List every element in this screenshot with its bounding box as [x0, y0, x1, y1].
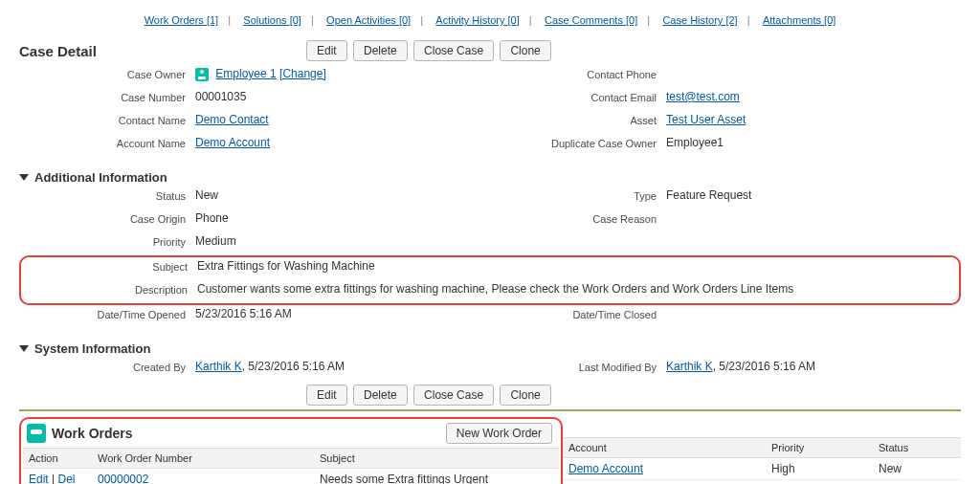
edit-button[interactable]: Edit: [306, 40, 347, 61]
button-bar-bottom: Edit Delete Close Case Clone: [306, 385, 961, 406]
work-orders-title: Work Orders: [52, 426, 303, 441]
table-row: Demo Account High New: [563, 458, 961, 480]
button-bar-top: Edit Delete Close Case Clone: [306, 40, 961, 61]
related-list-links: Work Orders [1]| Solutions [0]| Open Act…: [19, 8, 961, 31]
created-by-user-link[interactable]: Karthik K: [195, 360, 242, 373]
twisty-icon[interactable]: [19, 174, 29, 181]
link-open-activities[interactable]: Open Activities [0]: [326, 14, 411, 26]
label-contact-phone: Contact Phone: [490, 67, 666, 80]
additional-info-fields: Status New Type Feature Request Case Ori…: [19, 187, 961, 328]
case-detail-fields: Case Owner Employee 1 [Change] Contact P…: [19, 65, 961, 157]
twisty-icon[interactable]: [19, 345, 29, 352]
clone-button[interactable]: Clone: [500, 40, 550, 61]
label-duplicate-case-owner: Duplicate Case Owner: [490, 136, 666, 149]
close-case-button-bottom[interactable]: Close Case: [413, 385, 494, 406]
th-priority: Priority: [766, 438, 873, 458]
label-contact-email: Contact Email: [490, 90, 666, 103]
th-subject: Subject: [314, 449, 559, 469]
value-contact-email: test@test.com: [666, 90, 961, 103]
contact-email-link[interactable]: test@test.com: [666, 90, 740, 103]
value-case-number: 00001035: [195, 90, 490, 103]
close-case-button[interactable]: Close Case: [413, 40, 494, 61]
account-name-link[interactable]: Demo Account: [195, 136, 270, 149]
value-created-by: Karthik K, 5/23/2016 5:16 AM: [195, 360, 490, 373]
group-system-information: System Information: [19, 341, 961, 356]
label-created-by: Created By: [19, 360, 195, 373]
table-row: Edit | Del 00000002 Needs some Extra fit…: [23, 469, 559, 485]
link-work-orders[interactable]: Work Orders [1]: [145, 14, 218, 26]
value-duplicate-case-owner: Employee1: [666, 136, 961, 149]
system-info-title: System Information: [34, 341, 150, 356]
label-asset: Asset: [490, 113, 666, 126]
row-account-link[interactable]: Demo Account: [568, 462, 643, 475]
group-additional-information: Additional Information: [19, 170, 961, 185]
link-attachments[interactable]: Attachments [0]: [763, 14, 835, 26]
value-contact-name: Demo Contact: [195, 113, 490, 126]
section-case-detail-title: Case Detail: [19, 43, 306, 59]
value-date-opened: 5/23/2016 5:16 AM: [195, 307, 490, 320]
work-orders-table: Action Work Order Number Subject Edit | …: [23, 448, 559, 484]
additional-info-title: Additional Information: [34, 170, 167, 185]
work-order-number-link[interactable]: 00000002: [98, 473, 148, 484]
value-subject: Extra Fittings for Washing Machine: [197, 259, 959, 273]
row-subject: Needs some Extra fittings Urgent: [314, 469, 559, 485]
link-case-comments[interactable]: Case Comments [0]: [545, 14, 637, 26]
change-owner-link[interactable]: [Change]: [279, 67, 326, 80]
avatar-icon: [195, 68, 209, 81]
value-last-modified-by: Karthik K, 5/23/2016 5:16 AM: [666, 360, 961, 373]
label-priority: Priority: [19, 234, 195, 248]
link-activity-history[interactable]: Activity History [0]: [435, 14, 519, 26]
last-modified-by-user-link[interactable]: Karthik K: [666, 360, 713, 373]
row-edit-link[interactable]: Edit: [29, 473, 49, 484]
label-subject: Subject: [21, 259, 197, 273]
row-del-link[interactable]: Del: [57, 473, 75, 484]
edit-button-bottom[interactable]: Edit: [306, 385, 347, 406]
label-type: Type: [490, 188, 666, 202]
row-status: New: [873, 458, 961, 480]
label-date-opened: Date/Time Opened: [19, 307, 195, 320]
label-case-reason: Case Reason: [490, 211, 666, 225]
link-case-history[interactable]: Case History [2]: [662, 14, 737, 26]
case-owner-link[interactable]: Employee 1: [215, 67, 276, 80]
asset-link[interactable]: Test User Asset: [666, 113, 746, 126]
delete-button[interactable]: Delete: [353, 40, 408, 61]
system-info-fields: Created By Karthik K, 5/23/2016 5:16 AM …: [19, 358, 961, 381]
contact-name-link[interactable]: Demo Contact: [195, 113, 269, 126]
delete-button-bottom[interactable]: Delete: [353, 385, 408, 406]
value-case-origin: Phone: [195, 211, 490, 225]
label-case-number: Case Number: [19, 90, 195, 103]
label-account-name: Account Name: [19, 136, 195, 149]
value-asset: Test User Asset: [666, 113, 961, 126]
label-description: Description: [21, 282, 197, 296]
th-account: Account: [563, 438, 766, 458]
label-case-origin: Case Origin: [19, 211, 195, 225]
work-orders-icon: [27, 424, 46, 443]
value-priority: Medium: [195, 234, 490, 248]
value-type: Feature Request: [666, 188, 961, 202]
th-action: Action: [23, 449, 92, 469]
highlight-subject-description: Subject Extra Fittings for Washing Machi…: [19, 255, 961, 305]
label-case-owner: Case Owner: [19, 67, 195, 80]
work-orders-related-list: Work Orders New Work Order Action Work O…: [19, 417, 563, 484]
link-solutions[interactable]: Solutions [0]: [243, 14, 301, 26]
work-orders-extra-columns: Account Priority Status Demo Account Hig…: [563, 411, 961, 480]
value-account-name: Demo Account: [195, 136, 490, 149]
value-description: Customer wants some extra fittings for w…: [197, 282, 959, 296]
label-contact-name: Contact Name: [19, 113, 195, 126]
value-status: New: [195, 188, 490, 202]
clone-button-bottom[interactable]: Clone: [500, 385, 550, 406]
new-work-order-button[interactable]: New Work Order: [446, 423, 552, 444]
row-priority: High: [766, 458, 873, 480]
value-case-owner: Employee 1 [Change]: [195, 67, 490, 81]
label-last-modified-by: Last Modified By: [490, 360, 666, 373]
label-status: Status: [19, 188, 195, 202]
th-work-order-number: Work Order Number: [92, 449, 314, 469]
label-date-closed: Date/Time Closed: [490, 307, 666, 320]
th-status: Status: [873, 438, 961, 458]
